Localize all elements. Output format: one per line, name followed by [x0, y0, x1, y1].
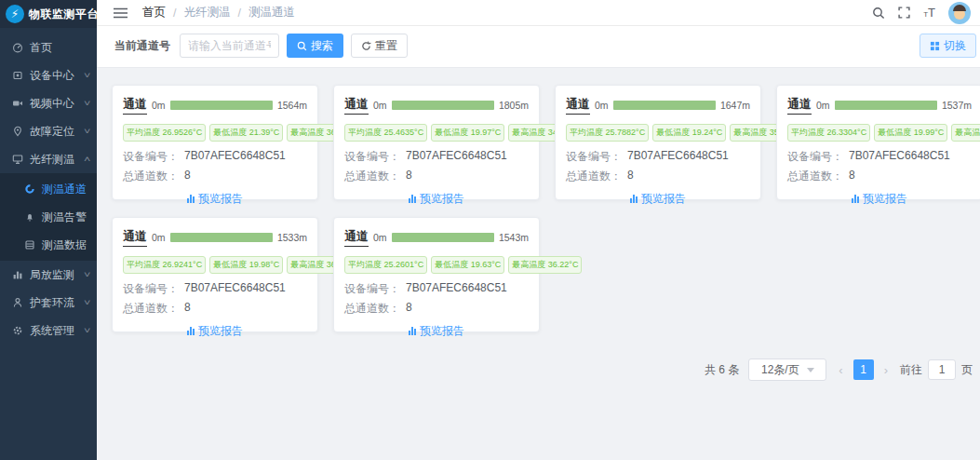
fiber-length-bar	[170, 233, 273, 242]
fiber-length-bar	[392, 233, 494, 242]
fiber-length-bar	[170, 101, 273, 110]
sidebar-item-device-center[interactable]: 设备中心 ˅	[0, 61, 97, 89]
fiber-temp-submenu: 测温通道 测温告警 测温数据	[0, 173, 97, 261]
channel-count-label: 总通道数：	[344, 301, 400, 317]
sidebar-item-label: 测温通道	[42, 182, 89, 197]
pagination: 共 6 条 12条/页 ‹ 1 › 前往 页	[112, 359, 980, 381]
sidebar-item-home[interactable]: 首页	[0, 34, 97, 61]
preview-report-link[interactable]: 预览报告	[852, 191, 907, 207]
search-button[interactable]: 搜索	[287, 34, 343, 58]
min-temp-tag: 最低温度 21.39°C	[209, 124, 283, 142]
card-grid: 通道 0m 1564m 平均温度 26.9526°C 最低温度 21.39°C …	[112, 85, 980, 332]
sheath-current-icon	[12, 297, 23, 308]
breadcrumb-fiber-temp: 光纤测温	[183, 5, 230, 20]
refresh-icon	[361, 41, 371, 51]
device-id-label: 设备编号：	[566, 149, 622, 165]
search-icon	[297, 41, 307, 51]
sidebar-item-temp-channel[interactable]: 测温通道	[0, 175, 97, 203]
font-size-icon[interactable]: TT	[923, 7, 935, 19]
channel-title-link[interactable]: 通道	[344, 228, 369, 247]
sidebar-item-fiber-temp[interactable]: 光纤测温 ˄	[0, 145, 97, 173]
bar-chart-icon	[409, 327, 416, 335]
user-avatar[interactable]	[948, 2, 971, 24]
sidebar-item-pd-monitor[interactable]: 局放监测 ˅	[0, 261, 97, 289]
min-temp-tag: 最低温度 19.24°C	[652, 124, 726, 142]
channel-card: 通道 0m 1647m 平均温度 25.7882°C 最低温度 19.24°C …	[555, 85, 761, 200]
bar-start-label: 0m	[152, 100, 166, 111]
channel-title-link[interactable]: 通道	[344, 96, 369, 115]
preview-report-link[interactable]: 预览报告	[409, 323, 464, 339]
channel-card: 通道 0m 1805m 平均温度 25.4635°C 最低温度 19.97°C …	[333, 85, 540, 200]
preview-report-link[interactable]: 预览报告	[630, 191, 686, 207]
sidebar-item-temp-data[interactable]: 测温数据	[0, 231, 97, 259]
min-temp-tag: 最低温度 19.63°C	[431, 256, 504, 274]
bar-chart-icon	[409, 195, 416, 203]
switch-view-button[interactable]: 切换	[920, 34, 976, 58]
sidebar-item-label: 局放监测	[30, 267, 78, 283]
channel-icon	[24, 183, 35, 195]
goto-page-input[interactable]	[928, 359, 956, 380]
goto-page: 前往 页	[900, 359, 973, 380]
channel-count-value: 8	[406, 301, 412, 317]
bar-start-label: 0m	[373, 232, 387, 243]
breadcrumb-home[interactable]: 首页	[142, 5, 166, 20]
bar-start-label: 0m	[152, 232, 166, 243]
temperature-tags: 平均温度 26.3304°C 最低温度 19.99°C 最高温度 36.71°C	[787, 124, 972, 142]
device-icon	[12, 70, 23, 81]
device-id-label: 设备编号：	[123, 149, 179, 165]
prev-page-button[interactable]: ‹	[836, 363, 845, 377]
avg-temp-tag: 平均温度 25.4635°C	[344, 124, 427, 142]
app-logo[interactable]: ⚡ 物联监测平台	[0, 0, 97, 28]
preview-report-link[interactable]: 预览报告	[409, 191, 464, 207]
bar-start-label: 0m	[373, 100, 387, 111]
fiber-length-bar	[392, 101, 494, 110]
preview-report-link[interactable]: 预览报告	[187, 323, 243, 339]
bar-chart-icon	[630, 195, 638, 203]
avg-temp-tag: 平均温度 26.9526°C	[123, 124, 206, 142]
channel-card: 通道 0m 1543m 平均温度 25.2601°C 最低温度 19.63°C …	[333, 217, 540, 332]
chevron-down-icon	[807, 368, 814, 372]
lightning-bolt-icon: ⚡	[6, 5, 24, 23]
sidebar-item-label: 首页	[30, 40, 89, 56]
collapse-sidebar-icon[interactable]	[114, 7, 128, 19]
pagination-total: 共 6 条	[705, 362, 739, 378]
breadcrumb: 首页 / 光纤测温 / 测温通道	[142, 5, 295, 20]
chevron-down-icon: ˅	[84, 270, 90, 279]
sidebar-item-sheath-current[interactable]: 护套环流 ˅	[0, 289, 97, 317]
sidebar-item-fault-location[interactable]: 故障定位 ˅	[0, 117, 97, 145]
goto-label: 前往	[900, 362, 922, 378]
topbar-actions: TT	[872, 2, 971, 24]
sidebar-item-video-center[interactable]: 视频中心 ˅	[0, 89, 97, 117]
channel-card: 通道 0m 1533m 平均温度 26.9241°C 最低温度 19.98°C …	[112, 217, 318, 332]
next-page-button[interactable]: ›	[881, 363, 891, 377]
fiber-length-bar	[835, 101, 937, 110]
sidebar-item-temp-alarm[interactable]: 测温告警	[0, 203, 97, 231]
channel-title-link[interactable]: 通道	[123, 96, 147, 115]
grid-icon	[930, 41, 940, 51]
fullscreen-icon[interactable]	[898, 7, 910, 19]
chevron-down-icon: ˅	[84, 326, 90, 335]
channel-count-label: 总通道数：	[344, 169, 400, 184]
sidebar-item-system-settings[interactable]: 系统管理 ˅	[0, 317, 97, 345]
channel-title-link[interactable]: 通道	[566, 96, 590, 115]
channel-title-link[interactable]: 通道	[123, 228, 147, 247]
bar-chart-icon	[187, 327, 195, 335]
channel-count-label: 总通道数：	[123, 301, 179, 317]
pager-nav: ‹ 1 ›	[836, 359, 891, 380]
breadcrumb-separator: /	[237, 7, 240, 20]
page-number-1[interactable]: 1	[853, 359, 874, 380]
bar-end-label: 1533m	[277, 232, 307, 243]
max-temp-tag: 最高温度 36.22°C	[508, 256, 582, 274]
preview-report-link[interactable]: 预览报告	[187, 191, 243, 207]
channel-number-label: 当前通道号	[114, 38, 170, 54]
search-icon[interactable]	[872, 7, 885, 20]
device-id-value: 7B07AFEC6648C51	[406, 149, 507, 165]
main-area: 首页 / 光纤测温 / 测温通道 TT 当前通道号 搜索 重置 切换	[97, 0, 980, 460]
channel-title-link[interactable]: 通道	[787, 96, 812, 115]
channel-count-label: 总通道数：	[566, 169, 622, 184]
channel-count-label: 总通道数：	[787, 169, 843, 184]
page-size-select[interactable]: 12条/页	[748, 359, 826, 381]
channel-number-input[interactable]	[180, 34, 279, 58]
reset-button[interactable]: 重置	[351, 34, 408, 58]
content-area: 通道 0m 1564m 平均温度 26.9526°C 最低温度 21.39°C …	[97, 68, 980, 460]
